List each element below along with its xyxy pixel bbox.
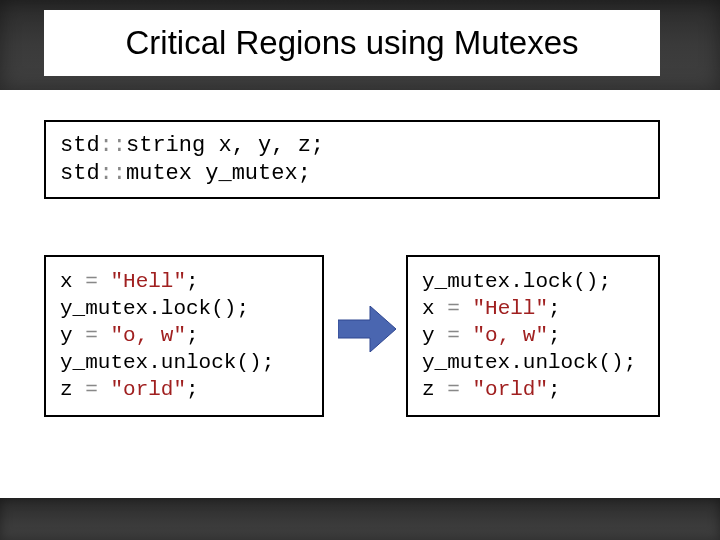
svg-marker-0 bbox=[338, 306, 396, 352]
code-line: y = "o, w"; bbox=[422, 323, 644, 350]
code-line: x = "Hell"; bbox=[422, 296, 644, 323]
code-line: z = "orld"; bbox=[60, 377, 308, 404]
code-line: x = "Hell"; bbox=[60, 269, 308, 296]
code-line: y = "o, w"; bbox=[60, 323, 308, 350]
declarations-box: std::string x, y, z; std::mutex y_mutex; bbox=[44, 120, 660, 199]
slide-title: Critical Regions using Mutexes bbox=[44, 10, 660, 76]
arrow-icon bbox=[338, 306, 396, 352]
decl-line: std::string x, y, z; bbox=[60, 132, 644, 160]
code-line: y_mutex.unlock(); bbox=[422, 350, 644, 377]
code-line: y_mutex.lock(); bbox=[60, 296, 308, 323]
slide-title-text: Critical Regions using Mutexes bbox=[125, 24, 578, 62]
code-box-right: y_mutex.lock(); x = "Hell"; y = "o, w"; … bbox=[406, 255, 660, 417]
code-line: z = "orld"; bbox=[422, 377, 644, 404]
decl-line: std::mutex y_mutex; bbox=[60, 160, 644, 188]
code-line: y_mutex.unlock(); bbox=[60, 350, 308, 377]
code-box-left: x = "Hell"; y_mutex.lock(); y = "o, w"; … bbox=[44, 255, 324, 417]
code-line: y_mutex.lock(); bbox=[422, 269, 644, 296]
footer-band bbox=[0, 498, 720, 540]
